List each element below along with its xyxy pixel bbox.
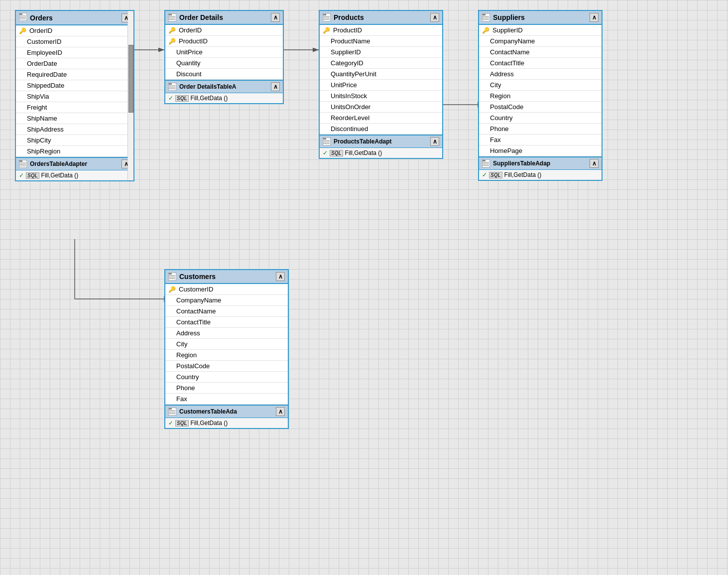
customers-adapter-method: ✓ SQL Fill,GetData () <box>165 418 288 428</box>
key-icon: 🔑 <box>168 286 176 293</box>
key-icon: 🔑 <box>168 38 176 45</box>
p-checkmark: ✓ <box>323 149 328 156</box>
key-icon: 🔑 <box>482 27 489 34</box>
customers-adapter-header: CustomersTableAda ∧ <box>165 406 288 418</box>
s-field-homepage: HomePage <box>479 145 602 156</box>
products-adapter-header: ProductsTableAdapt ∧ <box>320 136 442 148</box>
suppliers-adapter-name: SuppliersTableAdap <box>493 160 550 167</box>
order-details-adapter-collapse[interactable]: ∧ <box>271 82 280 91</box>
s-field-country: Country <box>479 113 602 124</box>
order-details-title: Order Details <box>179 13 223 21</box>
suppliers-collapse-btn[interactable]: ∧ <box>590 13 599 22</box>
products-header: Products ∧ <box>320 11 442 25</box>
order-details-table: Order Details ∧ 🔑 OrderID 🔑 ProductID Un… <box>164 10 284 104</box>
orders-adapter-method: ✓ SQL Fill,GetData () <box>16 170 133 180</box>
svg-rect-32 <box>19 165 26 166</box>
svg-rect-60 <box>483 162 489 163</box>
field-employeeid: EmployeeID <box>16 47 133 58</box>
svg-rect-37 <box>169 19 175 20</box>
p-method-text: Fill,GetData () <box>345 149 382 156</box>
c-method-text: Fill,GetData () <box>191 420 228 427</box>
svg-rect-55 <box>483 16 489 17</box>
s-field-fax: Fax <box>479 135 602 145</box>
orders-sql-icon: SQL <box>26 172 39 179</box>
svg-rect-30 <box>19 162 26 163</box>
svg-rect-54 <box>483 14 485 15</box>
svg-rect-31 <box>19 164 26 165</box>
key-icon: 🔑 <box>168 27 176 34</box>
suppliers-table: Suppliers ∧ 🔑 SupplierID CompanyName Con… <box>478 10 603 181</box>
svg-rect-41 <box>169 87 175 88</box>
svg-rect-44 <box>323 14 326 15</box>
od-checkmark: ✓ <box>168 95 173 102</box>
suppliers-adapter-section: SuppliersTableAdap ∧ ✓ SQL Fill,GetData … <box>479 156 602 180</box>
orders-title: Orders <box>30 14 53 22</box>
svg-rect-69 <box>169 408 172 410</box>
products-adapter-collapse[interactable]: ∧ <box>430 137 439 146</box>
s-field-city: City <box>479 80 602 91</box>
svg-rect-71 <box>169 412 175 413</box>
svg-rect-24 <box>19 13 22 15</box>
svg-rect-29 <box>19 160 22 162</box>
suppliers-adapter-header: SuppliersTableAdap ∧ <box>479 157 602 170</box>
s-field-region: Region <box>479 91 602 102</box>
field-customerid: CustomerID <box>16 36 133 47</box>
field-requireddate: RequiredDate <box>16 69 133 80</box>
suppliers-adapter-method: ✓ SQL Fill,GetData () <box>479 170 602 180</box>
orders-table-header: Orders ∧ <box>16 11 133 25</box>
p-sql-icon: SQL <box>330 150 343 156</box>
order-details-collapse-btn[interactable]: ∧ <box>271 13 280 22</box>
scrollbar-track[interactable] <box>127 11 133 180</box>
customers-fields: 🔑 CustomerID CompanyName ContactName Con… <box>165 284 288 405</box>
c-field-country: Country <box>165 372 288 383</box>
scrollbar-thumb[interactable] <box>128 45 133 113</box>
svg-rect-52 <box>323 143 330 144</box>
c-field-fax: Fax <box>165 394 288 405</box>
key-icon: 🔑 <box>19 27 26 34</box>
c-checkmark: ✓ <box>168 420 173 427</box>
field-orderdate: OrderDate <box>16 58 133 69</box>
p-field-unitsinstock: UnitsInStock <box>320 91 442 102</box>
products-collapse-btn[interactable]: ∧ <box>430 13 439 22</box>
suppliers-title: Suppliers <box>493 13 525 21</box>
od-field-orderid: 🔑 OrderID <box>165 25 283 36</box>
s-field-contactname: ContactName <box>479 47 602 58</box>
customers-collapse-btn[interactable]: ∧ <box>276 272 285 281</box>
svg-rect-25 <box>19 15 26 16</box>
suppliers-adapter-collapse[interactable]: ∧ <box>590 159 599 168</box>
s-field-postalcode: PostalCode <box>479 102 602 113</box>
svg-rect-56 <box>483 17 489 18</box>
p-field-productname: ProductName <box>320 36 442 47</box>
products-table: Products ∧ 🔑 ProductID ProductName Suppl… <box>319 10 443 159</box>
orders-adapter-name: OrdersTableAdapter <box>30 160 87 167</box>
customers-title: Customers <box>179 273 216 281</box>
order-details-adapter-method: ✓ SQL Fill,GetData () <box>165 93 283 103</box>
svg-rect-61 <box>483 163 489 164</box>
field-shipvia: ShipVia <box>16 91 133 102</box>
c-field-region: Region <box>165 350 288 361</box>
orders-checkmark: ✓ <box>19 172 24 179</box>
svg-rect-45 <box>323 16 330 17</box>
c-field-city: City <box>165 339 288 350</box>
od-sql-icon: SQL <box>175 95 189 102</box>
field-shippeddate: ShippedDate <box>16 80 133 91</box>
customers-adapter-collapse[interactable]: ∧ <box>276 407 285 416</box>
suppliers-header: Suppliers ∧ <box>479 11 602 25</box>
s-field-address: Address <box>479 69 602 80</box>
orders-fields: 🔑 OrderID CustomerID EmployeeID OrderDat… <box>16 25 133 157</box>
suppliers-fields: 🔑 SupplierID CompanyName ContactName Con… <box>479 25 602 156</box>
svg-rect-27 <box>19 18 26 19</box>
svg-rect-51 <box>323 142 330 143</box>
od-field-unitprice: UnitPrice <box>165 47 283 58</box>
p-field-supplierid: SupplierID <box>320 47 442 58</box>
svg-rect-65 <box>169 275 175 276</box>
svg-rect-40 <box>169 85 175 86</box>
p-field-unitprice: UnitPrice <box>320 80 442 91</box>
c-field-phone: Phone <box>165 383 288 394</box>
order-details-fields: 🔑 OrderID 🔑 ProductID UnitPrice Quantity… <box>165 25 283 80</box>
customers-table: Customers ∧ 🔑 CustomerID CompanyName Con… <box>164 269 289 429</box>
s-sql-icon: SQL <box>489 172 502 178</box>
svg-rect-26 <box>19 17 26 18</box>
field-shipregion: ShipRegion <box>16 146 133 157</box>
c-field-contactname: ContactName <box>165 306 288 317</box>
